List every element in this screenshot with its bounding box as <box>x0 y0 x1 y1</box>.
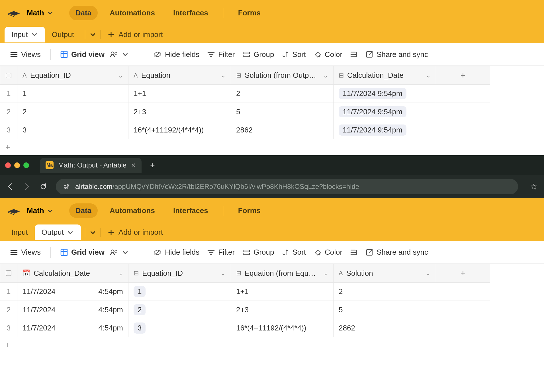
add-column-button[interactable]: + <box>436 264 490 282</box>
col-header-solution[interactable]: ASolution⌄ <box>334 264 436 282</box>
group-button[interactable]: Group <box>243 50 274 59</box>
share-sync-button[interactable]: Share and sync <box>366 50 428 59</box>
grid-view-button[interactable]: Grid view <box>60 50 129 59</box>
table-row[interactable]: 3 11/7/20244:54pm 3 16*(4+11192/(4*4*4))… <box>0 319 490 337</box>
cell-solution[interactable]: 5 <box>231 103 334 121</box>
col-header-calc-date[interactable]: ⊟Calculation_Date⌄ <box>334 66 436 85</box>
cell-equation-id[interactable]: 1 <box>17 85 128 103</box>
cell-equation-id[interactable]: 2 <box>128 301 231 319</box>
col-header-equation[interactable]: ⊟Equation (from Equ…⌄ <box>231 264 334 282</box>
window-minimize-icon[interactable] <box>14 162 20 168</box>
chevron-down-icon[interactable]: ⌄ <box>323 270 328 277</box>
nav-automations[interactable]: Automations <box>103 6 161 20</box>
sort-button[interactable]: Sort <box>282 248 306 257</box>
chevron-down-icon[interactable]: ⌄ <box>221 72 226 79</box>
table-tab-input[interactable]: Input <box>5 27 45 42</box>
nav-interfaces[interactable]: Interfaces <box>167 6 214 20</box>
nav-forms[interactable]: Forms <box>232 6 267 20</box>
filter-button[interactable]: Filter <box>207 50 235 59</box>
cell-solution[interactable]: 5 <box>334 301 436 319</box>
cell-equation[interactable]: 16*(4+11192/(4*4*4)) <box>128 121 231 139</box>
col-header-equation-id[interactable]: ⊟Equation_ID⌄ <box>128 264 231 282</box>
views-button[interactable]: Views <box>10 50 41 59</box>
browser-tab[interactable]: Ma Math: Output - Airtable ✕ <box>40 158 142 173</box>
color-button[interactable]: Color <box>314 50 342 59</box>
row-height-button[interactable] <box>350 249 358 256</box>
cell-solution[interactable]: 2 <box>231 85 334 103</box>
nav-back-icon[interactable] <box>6 183 14 191</box>
cell-equation-id[interactable]: 2 <box>17 103 128 121</box>
chevron-down-icon[interactable] <box>122 51 129 58</box>
add-row-button[interactable]: + <box>0 139 17 155</box>
share-sync-button[interactable]: Share and sync <box>366 248 428 257</box>
cell-solution[interactable]: 2862 <box>231 121 334 139</box>
sort-button[interactable]: Sort <box>282 50 306 59</box>
table-row[interactable]: 1 11/7/20244:54pm 1 1+1 2 <box>0 282 490 301</box>
chevron-down-icon[interactable] <box>89 31 97 38</box>
add-or-import-button[interactable]: Add or import <box>105 30 166 39</box>
hide-fields-button[interactable]: Hide fields <box>154 50 199 59</box>
chevron-down-icon[interactable] <box>122 249 129 256</box>
nav-forward-icon[interactable] <box>23 183 31 191</box>
chevron-down-icon[interactable]: ⌄ <box>426 72 431 79</box>
window-close-icon[interactable] <box>5 162 11 168</box>
chevron-down-icon[interactable]: ⌄ <box>221 270 226 277</box>
cell-equation[interactable]: 1+1 <box>231 282 334 301</box>
select-all-checkbox[interactable] <box>0 66 17 85</box>
window-zoom-icon[interactable] <box>23 162 29 168</box>
cell-solution[interactable]: 2862 <box>334 319 436 337</box>
table-row[interactable]: 2 2 2+3 5 11/7/2024 9:54pm <box>0 103 490 121</box>
chevron-down-icon[interactable] <box>67 229 74 236</box>
filter-button[interactable]: Filter <box>207 248 235 257</box>
new-tab-button[interactable]: + <box>150 161 155 170</box>
nav-interfaces[interactable]: Interfaces <box>167 203 214 218</box>
chevron-down-icon[interactable]: ⌄ <box>426 270 431 277</box>
col-header-solution[interactable]: ⊟Solution (from Outp…⌄ <box>231 66 334 85</box>
nav-data[interactable]: Data <box>69 203 98 218</box>
cell-equation-id[interactable]: 3 <box>17 121 128 139</box>
cell-equation[interactable]: 2+3 <box>231 301 334 319</box>
cell-equation[interactable]: 1+1 <box>128 85 231 103</box>
cell-equation[interactable]: 16*(4+11192/(4*4*4)) <box>231 319 334 337</box>
airtable-logo-icon[interactable] <box>8 207 20 215</box>
bookmark-star-icon[interactable]: ☆ <box>530 181 538 191</box>
airtable-logo-icon[interactable] <box>8 9 20 17</box>
cell-equation[interactable]: 2+3 <box>128 103 231 121</box>
site-settings-icon[interactable] <box>63 183 70 190</box>
add-row-button[interactable]: + <box>0 337 17 353</box>
chevron-down-icon[interactable]: ⌄ <box>118 270 123 277</box>
nav-automations[interactable]: Automations <box>103 203 161 218</box>
add-or-import-button[interactable]: Add or import <box>105 228 166 237</box>
color-button[interactable]: Color <box>314 248 342 257</box>
chevron-down-icon[interactable]: ⌄ <box>118 72 123 79</box>
address-bar[interactable]: airtable.com/appUMQvYDhtVcWx2R/tbl2ERo76… <box>56 179 518 194</box>
cell-calc-date[interactable]: 11/7/20244:54pm <box>17 319 128 337</box>
cell-calc-date[interactable]: 11/7/2024 9:54pm <box>334 103 436 121</box>
hide-fields-button[interactable]: Hide fields <box>154 248 199 257</box>
group-button[interactable]: Group <box>243 248 274 257</box>
cell-calc-date[interactable]: 11/7/2024 9:54pm <box>334 85 436 103</box>
base-name-dropdown[interactable]: Math <box>27 9 54 17</box>
table-row[interactable]: 1 1 1+1 2 11/7/2024 9:54pm <box>0 85 490 103</box>
row-height-button[interactable] <box>350 51 358 58</box>
table-row[interactable]: 3 3 16*(4+11192/(4*4*4)) 2862 11/7/2024 … <box>0 121 490 139</box>
table-tab-output[interactable]: Output <box>45 27 81 42</box>
cell-equation-id[interactable]: 1 <box>128 282 231 301</box>
select-all-checkbox[interactable] <box>0 264 17 282</box>
col-header-calc-date[interactable]: 📅Calculation_Date⌄ <box>17 264 128 282</box>
nav-forms[interactable]: Forms <box>232 203 267 218</box>
table-row[interactable]: 2 11/7/20244:54pm 2 2+3 5 <box>0 301 490 319</box>
cell-calc-date[interactable]: 11/7/2024 9:54pm <box>334 121 436 139</box>
add-column-button[interactable]: + <box>436 66 490 85</box>
chevron-down-icon[interactable] <box>89 229 97 236</box>
table-tab-input[interactable]: Input <box>5 224 35 240</box>
cell-calc-date[interactable]: 11/7/20244:54pm <box>17 301 128 319</box>
grid-view-button[interactable]: Grid view <box>60 248 129 257</box>
table-tab-output[interactable]: Output <box>35 224 81 240</box>
nav-data[interactable]: Data <box>69 6 98 20</box>
cell-solution[interactable]: 2 <box>334 282 436 301</box>
chevron-down-icon[interactable] <box>31 31 38 38</box>
views-button[interactable]: Views <box>10 248 41 257</box>
col-header-equation[interactable]: AEquation⌄ <box>128 66 231 85</box>
col-header-equation-id[interactable]: AEquation_ID⌄ <box>17 66 128 85</box>
